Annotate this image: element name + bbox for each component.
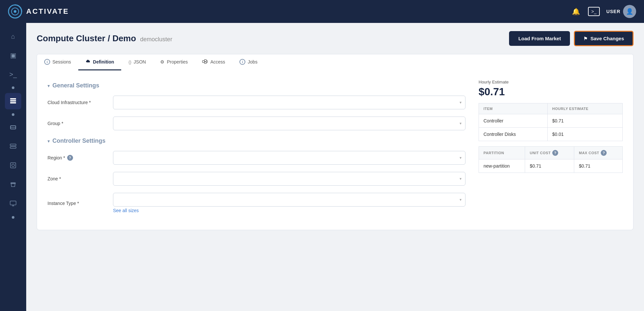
svg-point-2 bbox=[14, 10, 16, 13]
group-select[interactable] bbox=[113, 117, 465, 130]
zone-select[interactable] bbox=[113, 172, 465, 186]
svg-rect-9 bbox=[10, 147, 16, 148]
bucket-icon bbox=[9, 181, 17, 190]
svg-rect-10 bbox=[10, 163, 16, 168]
svg-rect-5 bbox=[10, 102, 16, 103]
cloud-infrastructure-select-wrapper: ▾ bbox=[113, 96, 465, 109]
zone-field: Zone * ▾ bbox=[47, 172, 465, 186]
terminal-icon: >_ bbox=[591, 9, 597, 14]
main-layout: ⌂ ▣ >_ bbox=[0, 23, 644, 311]
drive-icon bbox=[9, 162, 17, 171]
user-area[interactable]: USER 👤 bbox=[606, 5, 636, 18]
controller-settings-header: ▾ Controller Settings bbox=[47, 137, 465, 144]
tab-properties[interactable]: ⚙ Properties bbox=[153, 54, 195, 70]
estimate-row-controller: Controller $0.71 bbox=[479, 114, 623, 128]
app-name: ACTIVATE bbox=[26, 7, 69, 16]
svg-rect-3 bbox=[10, 98, 16, 100]
tab-properties-label: Properties bbox=[167, 59, 188, 64]
see-all-sizes-link[interactable]: See all sizes bbox=[113, 208, 139, 213]
zone-input-wrapper: ▾ bbox=[113, 172, 465, 186]
sidebar-item-terminal[interactable]: >_ bbox=[5, 66, 21, 82]
load-from-market-button[interactable]: Load From Market bbox=[509, 31, 570, 46]
storage2-icon bbox=[9, 143, 17, 152]
access-icon bbox=[202, 59, 208, 65]
zone-select-wrapper: ▾ bbox=[113, 172, 465, 186]
sidebar-item-layout[interactable]: ▣ bbox=[5, 47, 21, 64]
instance-type-label: Instance Type * bbox=[47, 201, 113, 206]
home-icon: ⌂ bbox=[11, 33, 15, 40]
sidebar-item-home[interactable]: ⌂ bbox=[5, 28, 21, 45]
sidebar-item-cluster[interactable] bbox=[5, 93, 21, 109]
top-nav: ACTIVATE 🔔 >_ USER 👤 bbox=[0, 0, 644, 23]
partition-table-header-row: PARTITION UNIT COST ? MAX COST bbox=[479, 147, 623, 159]
partition-name-new: new-partition bbox=[479, 159, 525, 173]
tab-jobs[interactable]: i Jobs bbox=[232, 54, 265, 70]
estimate-cost-controller: $0.71 bbox=[547, 114, 622, 128]
instance-type-select[interactable] bbox=[113, 193, 465, 207]
sidebar-item-storage1[interactable] bbox=[5, 120, 21, 136]
general-settings-header: ▾ General Settings bbox=[47, 82, 465, 89]
tab-sessions[interactable]: i Sessions bbox=[37, 54, 78, 70]
tab-json[interactable]: {} JSON bbox=[121, 54, 153, 70]
terminal-button[interactable]: >_ bbox=[588, 7, 600, 16]
instance-type-select-wrapper: ▾ bbox=[113, 193, 465, 207]
logo-icon bbox=[8, 4, 22, 19]
sidebar-dot-2 bbox=[12, 113, 14, 116]
sidebar-item-storage2[interactable] bbox=[5, 139, 21, 155]
region-help-icon[interactable]: ? bbox=[67, 155, 73, 161]
estimate-table: ITEM HOURLY ESTIMATE Controller $0.71 Co… bbox=[479, 103, 623, 141]
estimate-col-item: ITEM bbox=[479, 103, 548, 114]
sidebar: ⌂ ▣ >_ bbox=[0, 23, 26, 311]
region-input-wrapper: ▾ bbox=[113, 151, 465, 165]
cloud-infrastructure-select[interactable] bbox=[113, 96, 465, 109]
tab-access[interactable]: Access bbox=[195, 54, 232, 70]
save-changes-label: Save Changes bbox=[590, 36, 624, 41]
main-panel: ▾ General Settings Cloud Infrastructure … bbox=[37, 70, 634, 230]
general-settings-title: General Settings bbox=[52, 82, 99, 89]
region-field: Region * ? ▾ bbox=[47, 151, 465, 165]
breadcrumb: Compute Cluster / Demo democluster bbox=[37, 33, 172, 44]
unit-cost-help-icon[interactable]: ? bbox=[552, 150, 558, 156]
svg-point-11 bbox=[12, 164, 14, 167]
sidebar-item-drive[interactable] bbox=[5, 158, 21, 174]
group-select-wrapper: ▾ bbox=[113, 117, 465, 130]
avatar: 👤 bbox=[623, 5, 636, 18]
cloud-icon bbox=[85, 59, 91, 65]
cloud-infrastructure-field: Cloud Infrastructure * ▾ bbox=[47, 96, 465, 109]
nav-right: 🔔 >_ USER 👤 bbox=[571, 5, 636, 18]
hourly-estimate-value: $0.71 bbox=[479, 86, 623, 98]
estimate-table-header-row: ITEM HOURLY ESTIMATE bbox=[479, 103, 623, 114]
monitor-icon bbox=[9, 200, 17, 209]
partition-unit-cost-new: $0.71 bbox=[525, 159, 574, 173]
save-changes-button[interactable]: ⚑ Save Changes bbox=[574, 31, 634, 46]
region-select[interactable] bbox=[113, 151, 465, 165]
tab-definition[interactable]: Definition bbox=[78, 54, 122, 70]
zone-label: Zone * bbox=[47, 176, 113, 181]
notifications-button[interactable]: 🔔 bbox=[571, 6, 581, 17]
tabs-container: i Sessions Definition {} JSON ⚙ Properti… bbox=[37, 54, 634, 70]
sidebar-item-bucket[interactable] bbox=[5, 177, 21, 193]
user-label: USER bbox=[606, 9, 620, 14]
page-header: Compute Cluster / Demo democluster Load … bbox=[37, 31, 634, 46]
terminal-side-icon: >_ bbox=[9, 71, 17, 78]
form-column: ▾ General Settings Cloud Infrastructure … bbox=[47, 80, 465, 221]
partition-col-name: PARTITION bbox=[479, 147, 525, 159]
group-input-wrapper: ▾ bbox=[113, 117, 465, 130]
svg-rect-16 bbox=[202, 61, 204, 63]
region-select-wrapper: ▾ bbox=[113, 151, 465, 165]
max-cost-help-icon[interactable]: ? bbox=[601, 150, 607, 156]
partition-col-max-cost: MAX COST ? bbox=[574, 147, 623, 159]
page-subtitle: democluster bbox=[140, 36, 172, 43]
chevron-general-icon: ▾ bbox=[47, 83, 50, 88]
estimate-column: Hourly Estimate $0.71 ITEM HOURLY ESTIMA… bbox=[479, 80, 623, 221]
sidebar-dot-3 bbox=[12, 216, 14, 219]
region-label: Region * ? bbox=[47, 155, 113, 161]
tab-access-label: Access bbox=[210, 59, 225, 64]
sidebar-item-monitor[interactable] bbox=[5, 196, 21, 212]
cloud-infrastructure-label: Cloud Infrastructure * bbox=[47, 100, 113, 105]
estimate-col-hourly: HOURLY ESTIMATE bbox=[547, 103, 622, 114]
estimate-item-controller: Controller bbox=[479, 114, 548, 128]
sidebar-dot-1 bbox=[12, 86, 14, 89]
flag-icon: ⚑ bbox=[583, 36, 588, 41]
svg-rect-18 bbox=[204, 62, 206, 64]
